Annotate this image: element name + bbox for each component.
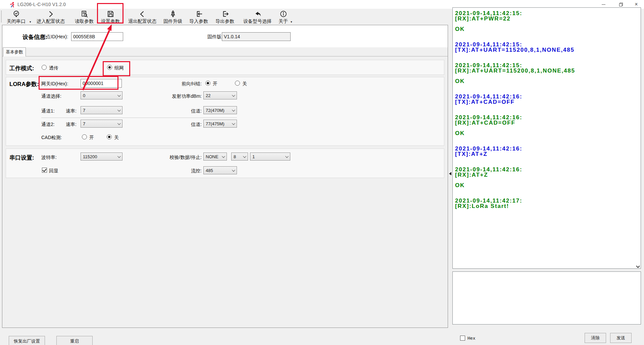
work-mode-transparent-radio[interactable] (42, 65, 47, 70)
baud-rate-label: 波特率: (41, 155, 57, 161)
chevron-down-icon (232, 168, 235, 172)
fec-off-radio[interactable] (235, 81, 240, 86)
chevron-down-icon (117, 155, 121, 158)
baud-rate-combobox[interactable]: 115200 (81, 153, 122, 161)
clear-button[interactable]: 清除 (585, 333, 606, 343)
log-line: OK (455, 26, 641, 31)
factory-reset-button[interactable]: 恢复出厂设置 (9, 336, 45, 345)
log-line: [RX]:AT+PWR=22 (455, 15, 641, 21)
toolbar-button-exit-config[interactable]: 退出配置状态 (124, 9, 161, 24)
undo-arrow-icon (238, 9, 277, 18)
echo-label: 回显 (49, 168, 58, 174)
firmware-version-input[interactable]: V1.0.14 (222, 32, 291, 41)
log-line: 2021-09-14,11:42:16: (455, 93, 641, 99)
cad-on-radio[interactable] (82, 134, 87, 139)
log-line: [RX]:LoRa Start! (455, 203, 641, 208)
work-mode-network-label: 组网 (114, 65, 124, 71)
channel1-rate-combobox[interactable]: 7 (81, 106, 122, 114)
toolbar-grip[interactable] (1, 11, 2, 23)
channel2-rate-label: 速率: (66, 122, 77, 128)
log-line: 2021-09-14,11:42:16: (455, 114, 641, 120)
row-separator (41, 118, 237, 118)
cad-detect-label: CAD检测: (41, 135, 62, 141)
lora-params-label: LORA参数: (9, 80, 39, 88)
toolbar-button-set-params[interactable]: 设置参数 (98, 9, 123, 24)
gateway-id-label: 网关ID(Hex): (41, 81, 68, 87)
rocket-icon (161, 9, 185, 18)
flow-control-combobox[interactable]: 485 (203, 166, 237, 174)
channel1-channel-combobox[interactable]: 72(470M) (203, 106, 237, 114)
panel-splitter[interactable] (448, 25, 452, 328)
log-line: [TX]:AT+UART=115200,8,1,NONE,485 (455, 47, 641, 52)
chevron-down-icon (117, 122, 121, 125)
channel2-channel-label: 信道: (184, 122, 202, 128)
serial-settings-label: 串口设置: (9, 154, 34, 162)
log-line: 2021-09-14,11:42:17: (455, 198, 641, 203)
channel-select-combobox[interactable]: 0 (81, 91, 122, 99)
parity-combobox[interactable]: NONE (203, 153, 227, 161)
chevron-left-icon (124, 9, 161, 18)
send-button[interactable]: 发送 (610, 333, 632, 343)
import-icon (187, 9, 211, 18)
toolbar-button-import-params[interactable]: 导入参数 (187, 9, 211, 24)
fec-on-label: 开 (213, 81, 217, 87)
chevron-down-icon (232, 93, 235, 97)
serial-port-pin-check-icon (3, 9, 30, 18)
close-serial-dropdown-caret[interactable]: ▾ (30, 20, 31, 24)
cad-off-label: 关 (114, 135, 119, 141)
gateway-id-input[interactable]: 00000001 (81, 79, 122, 88)
channel1-label: 通道1: (41, 108, 55, 114)
chevron-right-icon (32, 9, 69, 18)
log-line: [RX]:AT+UART=115200,8,1,NONE,485 (455, 68, 641, 73)
data-bits-combobox[interactable]: 8 (231, 153, 248, 161)
log-line: [RX]:AT+Z (455, 172, 641, 177)
splitter-collapse-icon[interactable] (449, 172, 451, 175)
toolbar-button-read-params[interactable]: 读取参数 (71, 9, 97, 24)
chevron-down-icon (117, 93, 121, 97)
save-icon (98, 9, 123, 18)
send-input-box[interactable] (452, 271, 641, 325)
lora-params-group: LORA参数: 网关ID(Hex): 00000001 前向纠错: 开 关 通道… (6, 77, 444, 146)
toolbar-button-device-model-select[interactable]: 设备型号选择 (238, 9, 277, 24)
chevron-down-icon (232, 108, 235, 112)
echo-checkbox[interactable] (42, 168, 47, 173)
log-line: 2021-09-14,11:42:15: (455, 10, 641, 15)
tab-basic-params[interactable]: 基本参数 (3, 47, 26, 56)
log-line: 2021-09-14,11:42:15: (455, 41, 641, 47)
stop-bits-combobox[interactable]: 1 (250, 153, 290, 161)
chevron-down-icon (232, 122, 235, 125)
chevron-down-icon (117, 108, 121, 112)
parity-data-stop-label: 校验/数据/停止: (164, 155, 202, 161)
fec-on-radio[interactable] (205, 81, 210, 86)
toolbar-button-export-params[interactable]: 导出参数 (212, 9, 237, 24)
toolbar-button-about[interactable]: 关于 (277, 9, 289, 24)
work-mode-label: 工作模式: (9, 64, 34, 72)
scroll-down-icon[interactable] (636, 264, 640, 268)
toolbar-button-close-serial[interactable]: 关闭串口 (3, 9, 30, 24)
node-id-input[interactable]: 00055E8B (71, 32, 123, 41)
channel2-channel-combobox[interactable]: 77(475M) (203, 120, 237, 128)
channel2-rate-combobox[interactable]: 7 (81, 120, 122, 128)
channel2-label: 通道2: (41, 122, 55, 128)
log-line: 2021-09-14,11:42:15: (455, 62, 641, 68)
log-line: OK (455, 182, 641, 187)
at-command-log[interactable]: 2021-09-14,11:42:15: [RX]:AT+PWR=22 OK 2… (452, 7, 641, 269)
work-mode-network-radio[interactable] (107, 65, 112, 70)
hex-label: Hex (467, 336, 475, 341)
hex-checkbox[interactable] (460, 336, 465, 341)
node-id-label: 节点ID(Hex): (41, 34, 68, 40)
channel1-rate-label: 速率: (66, 108, 77, 114)
tab-strip: 基本参数 (2, 47, 448, 56)
chevron-down-icon (285, 155, 289, 158)
toolbar-button-enter-config[interactable]: 进入配置状态 (32, 9, 69, 24)
cad-off-radio[interactable] (107, 134, 112, 139)
tx-power-combobox[interactable]: 22 (203, 91, 237, 99)
restart-button[interactable]: 重启 (56, 336, 93, 345)
about-dropdown-caret[interactable]: ▾ (291, 20, 292, 24)
log-line: 2021-09-14,11:42:16: (455, 145, 641, 151)
device-info-section: 设备信息: 节点ID(Hex): 00055E8B 固件版本: V1.0.14 (2, 25, 448, 47)
toolbar-button-firmware-upgrade[interactable]: 固件升级 (161, 9, 185, 24)
export-icon (212, 9, 237, 18)
fec-label: 前向纠错: (172, 81, 202, 87)
close-icon: × (635, 1, 638, 7)
